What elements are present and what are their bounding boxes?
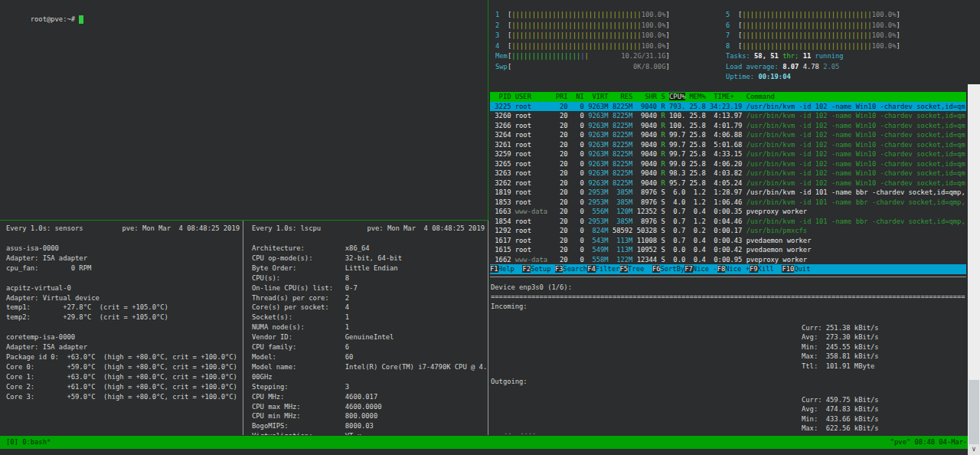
bash-pane[interactable]: root@pve:~# — [0, 0, 488, 220]
nload-pane: Device enp3s0 (1/6): ===================… — [490, 277, 966, 435]
process-row[interactable]: 3225 root 20 0 9263M 8225M 9040 R 793. 2… — [490, 102, 966, 112]
tasks-summary: Tasks: 58, 51 thr; 11 running — [726, 51, 900, 62]
htop-cpu-meters-left: 1 [||||||||||||||||||||||||||||||||100.0… — [495, 10, 670, 72]
lscpu-watch-host-time: pve: Mon Mar 4 08:48:25 2019 — [367, 224, 485, 234]
process-row[interactable]: 1663 www-data 20 0 556M 120M 12352 S 0.7… — [490, 207, 966, 217]
sensors-watch-command: Every 1.0s: sensors — [6, 224, 83, 234]
process-row[interactable]: 3260 root 20 0 9263M 8225M 9040 R 100. 2… — [490, 111, 966, 121]
process-row[interactable]: 3261 root 20 0 9263M 8225M 9040 R 99.7 2… — [490, 140, 966, 150]
lscpu-output: Architecture: x86_64 CPU op-mode(s): 32-… — [252, 244, 488, 435]
fkey-f8-nice[interactable]: F8Nice + — [717, 264, 750, 274]
pane-border-vertical-top[interactable] — [488, 0, 488, 221]
cpu-meter: 5 [||||||||||||||||||||||||||||||||100.0… — [726, 10, 900, 21]
nload-separator: ========================================… — [491, 292, 965, 302]
scrollbar-track[interactable]: ∨ — [968, 84, 980, 455]
process-row[interactable]: 1819 root 20 0 2953M 385M 8976 S 6.0 1.2… — [490, 188, 966, 198]
fkey-f2-setup[interactable]: F2Setup — [522, 264, 554, 274]
load-average: Load average: 8.07 4.78 2.05 — [726, 62, 900, 73]
cpu-meter: 7 [||||||||||||||||||||||||||||||||100.0… — [726, 31, 900, 41]
cpu-meter: 2 [||||||||||||||||||||||||||||||||100.0… — [495, 21, 670, 31]
uptime: Uptime: 00:19:04 — [726, 72, 900, 83]
process-row[interactable]: 3264 root 20 0 9263M 8225M 9040 R 99.7 2… — [490, 130, 966, 140]
cpu-meter: 4 [||||||||||||||||||||||||||||||||100.0… — [495, 41, 670, 52]
process-row[interactable]: 1662 www-data 20 0 558M 122M 12344 S 0.0… — [490, 255, 966, 265]
fkey-f1-help[interactable]: F1Help — [490, 264, 522, 274]
cpu-meter: 3 [||||||||||||||||||||||||||||||||100.0… — [495, 31, 670, 41]
memory-meter: Mem[||||||||||||||||||| 10.2G/31.1G] — [495, 51, 670, 62]
pane-border-sensors-lscpu[interactable] — [243, 221, 243, 435]
lscpu-watch-command: Every 1.0s: lscpu — [252, 224, 321, 234]
shell-prompt: root@pve:~# — [31, 15, 80, 23]
nload-outgoing-stats: Curr: 459.75 kBit/s Avg: 474.83 kBit/s M… — [802, 395, 879, 435]
fkey-f10-quit[interactable]: F10Quit — [782, 264, 818, 274]
process-row[interactable]: 1615 root 20 0 549M 113M 10952 S 0.0 0.4… — [490, 245, 966, 255]
nload-graph-dots: .. .... — [504, 427, 536, 435]
cpu-meter: 6 [||||||||||||||||||||||||||||||||100.0… — [726, 21, 900, 31]
nload-device-line: Device enp3s0 (1/6): — [491, 283, 572, 293]
fkey-f3-search[interactable]: F3Search — [555, 264, 587, 274]
process-table-header[interactable]: PID USER PRI NI VIRT RES SHR S CPU% MEM%… — [490, 92, 966, 102]
process-row[interactable]: 3266 root 20 0 9263M 8225M 9040 R 100. 2… — [490, 121, 966, 131]
process-row[interactable]: 1853 root 20 0 2953M 385M 8976 S 4.0 1.2… — [490, 198, 966, 208]
sensors-watch-host-time: pve: Mon Mar 4 08:48:25 2019 — [122, 224, 240, 234]
sensors-output: asus-isa-0000 Adapter: ISA adapter cpu_f… — [6, 244, 243, 402]
scrollbar-thumb[interactable] — [969, 380, 979, 444]
fkey-f6-sortby[interactable]: F6SortBy — [652, 264, 684, 274]
process-row[interactable]: 1292 root 20 0 824M 58592 50328 S 0.7 0.… — [490, 226, 966, 236]
tmux-status-bar: [0] 0:bash* "pve" 08:48 04-Mar-19 — [0, 436, 980, 449]
process-row[interactable]: 3262 root 20 0 9263M 8225M 9040 R 95.7 2… — [490, 178, 966, 188]
pane-border-horizontal-left[interactable] — [0, 220, 488, 221]
terminal-screen: root@pve:~# 1 [|||||||||||||||||||||||||… — [0, 0, 980, 455]
process-row[interactable]: 1854 root 20 0 2953M 385M 8976 S 0.7 1.2… — [490, 217, 966, 227]
cpu-meter: 8 [||||||||||||||||||||||||||||||||100.0… — [726, 41, 900, 52]
fkey-f7-nice[interactable]: F7Nice - — [684, 264, 717, 274]
lscpu-pane: Every 1.0s: lscpu pve: Mon Mar 4 08:48:2… — [246, 221, 488, 435]
tmux-session-clock: "pve" 08:48 04-Mar-19 — [890, 437, 975, 447]
htop-function-key-bar: F1Help F2Setup F3SearchF4FilterF5Tree F6… — [490, 264, 966, 274]
nload-outgoing-label: Outgoing: — [491, 377, 528, 387]
htop-process-table: PID USER PRI NI VIRT RES SHR S CPU% MEM%… — [490, 92, 966, 264]
tmux-window-list[interactable]: [0] 0:bash* — [6, 437, 51, 447]
htop-cpu-meters-right: 5 [||||||||||||||||||||||||||||||||100.0… — [726, 10, 900, 83]
htop-pane: 1 [||||||||||||||||||||||||||||||||100.0… — [490, 0, 966, 277]
scrollbar-down-arrow-icon[interactable]: ∨ — [968, 444, 980, 455]
fkey-f9-kill[interactable]: F9Kill — [750, 264, 782, 274]
fkey-f5-tree[interactable]: F5Tree — [620, 264, 652, 274]
process-row[interactable]: 3265 root 20 0 9263M 8225M 9040 R 99.0 2… — [490, 159, 966, 169]
pane-border-vertical-bottom[interactable] — [488, 221, 488, 435]
pane-border-htop-nload[interactable] — [490, 277, 966, 277]
terminal-cursor — [79, 15, 83, 24]
swap-meter: Swp[ 0K/8.00G] — [495, 62, 670, 73]
process-row[interactable]: 3259 root 20 0 9263M 8225M 9040 R 99.7 2… — [490, 149, 966, 159]
fkey-f4-filter[interactable]: F4Filter — [587, 264, 619, 274]
nload-incoming-stats: Curr: 251.38 kBit/s Avg: 273.30 kBit/s M… — [802, 323, 879, 371]
cpu-meter: 1 [||||||||||||||||||||||||||||||||100.0… — [495, 10, 670, 21]
process-row[interactable]: 3263 root 20 0 9263M 8225M 9040 R 98.3 2… — [490, 169, 966, 178]
nload-incoming-label: Incoming: — [491, 302, 528, 312]
sensors-pane: Every 1.0s: sensors pve: Mon Mar 4 08:48… — [0, 221, 243, 435]
process-row[interactable]: 1617 root 20 0 543M 113M 11008 S 0.7 0.4… — [490, 236, 966, 246]
